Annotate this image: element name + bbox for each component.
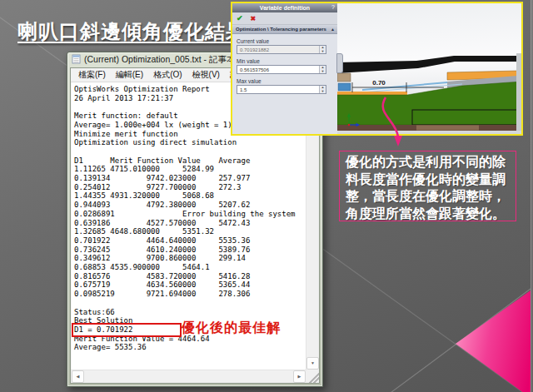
- spinner-icon[interactable]: ▲▼: [319, 46, 326, 53]
- spinner-icon[interactable]: ▲▼: [319, 66, 326, 73]
- cad-green-region: [337, 82, 521, 125]
- min-value-label: Min value: [237, 58, 337, 64]
- horizontal-scrollbar[interactable]: ◀ ▶: [71, 370, 306, 383]
- notepad-window-title: (Current) Optimization_005.txt - 記事本: [84, 54, 235, 66]
- panel-splitter-handle[interactable]: [336, 53, 343, 73]
- max-value-label: Max value: [237, 78, 337, 84]
- dimension-label: 0.70: [372, 79, 386, 87]
- explanation-text: 優化的方式是利用不同的除料長度當作優化時的變量調整，當長度在優化調整時，角度理所…: [346, 155, 506, 221]
- current-value-label: Current value: [237, 38, 337, 44]
- dialog-toolbar: ✔ ✖: [232, 12, 337, 25]
- variable-definition-dialog: Variable definition ? ✔ ✖ Optimization \…: [232, 3, 338, 134]
- scroll-down-icon[interactable]: ▼: [306, 357, 319, 370]
- current-value-input[interactable]: 0.701921882 ▲▼: [237, 45, 326, 54]
- menu-file[interactable]: 檔案(F): [73, 69, 111, 81]
- scroll-right-icon[interactable]: ▶: [293, 370, 306, 383]
- cad-tan-block: [337, 73, 351, 82]
- help-icon[interactable]: ?: [331, 4, 335, 10]
- menu-view[interactable]: 檢視(V): [187, 69, 225, 81]
- page-title: 喇叭口斜邊傾角優化結果: [17, 18, 247, 45]
- scroll-left-icon[interactable]: ◀: [72, 370, 84, 383]
- cad-viewport[interactable]: 0.70: [337, 3, 521, 134]
- notepad-icon: [72, 52, 81, 67]
- dialog-section-header[interactable]: Optimization \ Tolerancing parameters ▲: [232, 25, 337, 34]
- collapse-icon[interactable]: ▲: [331, 27, 335, 32]
- best-solution-annotation: 優化後的最佳解: [182, 320, 281, 337]
- cad-right-edge: [516, 53, 521, 131]
- dialog-titlebar[interactable]: Variable definition ?: [232, 3, 337, 12]
- best-solution-highlight-box: [72, 323, 182, 337]
- section-header-label: Optimization \ Tolerancing parameters: [236, 27, 326, 32]
- slide-background: 喇叭口斜邊傾角優化結果 (Current) Optimization_005.t…: [0, 0, 533, 392]
- cancel-x-icon[interactable]: ✖: [251, 15, 257, 22]
- min-value-text: 0.561537506: [240, 67, 269, 72]
- menu-edit[interactable]: 編輯(E): [111, 69, 148, 81]
- explanation-textbox: 優化的方式是利用不同的除料長度當作優化時的變量調整，當長度在優化調整時，角度理所…: [339, 151, 516, 221]
- confirm-check-icon[interactable]: ✔: [237, 14, 243, 22]
- menu-format[interactable]: 格式(O): [148, 69, 187, 81]
- min-value-input[interactable]: 0.561537506 ▲▼: [237, 65, 326, 74]
- max-value-text: 1.5: [240, 87, 247, 92]
- cad-blue-block: [338, 83, 351, 91]
- cad-black-band: [337, 56, 521, 73]
- current-value-text: 0.701921882: [240, 47, 269, 52]
- resize-grip[interactable]: [306, 370, 319, 383]
- max-value-input[interactable]: 1.5 ▲▼: [237, 85, 326, 94]
- dialog-title: Variable definition: [260, 5, 310, 11]
- pink-arrow: [371, 93, 416, 153]
- cad-brown-strip-light: [416, 126, 479, 131]
- spinner-icon[interactable]: ▲▼: [319, 86, 326, 93]
